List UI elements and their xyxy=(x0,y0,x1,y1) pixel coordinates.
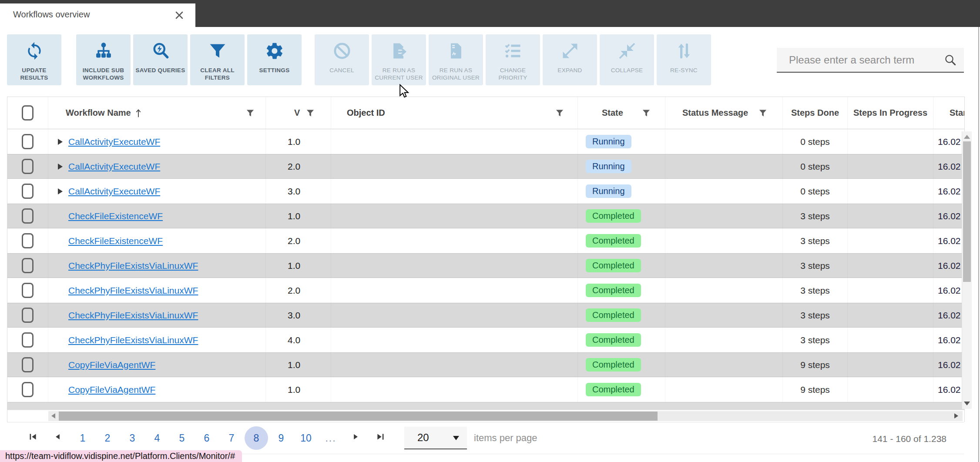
scroll-right-arrow-icon[interactable] xyxy=(954,413,958,418)
row-checkbox[interactable] xyxy=(22,208,34,224)
state-badge: Completed xyxy=(586,358,641,372)
row-checkbox[interactable] xyxy=(22,283,34,298)
started-value: 16.02 xyxy=(938,310,961,321)
page-ellipsis[interactable]: ... xyxy=(322,426,339,450)
page-button-5[interactable]: 5 xyxy=(173,426,191,450)
search-icon[interactable] xyxy=(944,54,957,67)
tab-workflows-overview[interactable]: Workflows overview xyxy=(0,3,195,27)
checklist-icon xyxy=(503,40,523,62)
prev-page-button[interactable] xyxy=(49,426,67,450)
column-header-version[interactable]: V xyxy=(266,97,331,129)
pagination-range-label: 141 - 160 of 1.238 xyxy=(873,434,946,444)
workflow-link[interactable]: CheckPhyFileExistsViaLinuxWF xyxy=(68,335,198,345)
horizontal-scrollbar[interactable] xyxy=(7,410,964,422)
workflow-link[interactable]: CallActivityExecuteWF xyxy=(68,161,160,172)
version-value: 1.0 xyxy=(288,261,300,271)
page-button-9[interactable]: 9 xyxy=(272,426,290,450)
update-results-button[interactable]: UPDATE RESULTS xyxy=(7,34,61,85)
steps-in-progress-cell xyxy=(848,228,933,253)
close-icon[interactable] xyxy=(175,10,184,20)
table-row: CopyFileViaAgentWF1.0Completed9 steps16.… xyxy=(7,377,964,402)
expand-row-icon[interactable] xyxy=(58,164,63,170)
expand-row-icon[interactable] xyxy=(58,139,63,145)
page-button-7[interactable]: 7 xyxy=(223,426,240,450)
filter-icon[interactable] xyxy=(555,109,564,117)
column-header-status-message[interactable]: Status Message xyxy=(665,97,783,129)
started-value: 16.02 xyxy=(938,236,961,246)
steps-done-value: 3 steps xyxy=(800,285,830,296)
column-header-steps-in-progress[interactable]: Steps In Progress xyxy=(848,97,933,129)
scroll-up-arrow-icon[interactable] xyxy=(964,135,970,139)
workflow-link[interactable]: CheckFileExistenceWF xyxy=(68,236,163,246)
horizontal-scrollbar-thumb[interactable] xyxy=(59,412,658,421)
version-value: 1.0 xyxy=(288,137,300,147)
page-button-4[interactable]: 4 xyxy=(148,426,166,450)
search-box xyxy=(777,48,964,73)
workflow-link[interactable]: CheckFileExistenceWF xyxy=(68,211,163,221)
column-header-state[interactable]: State xyxy=(578,97,665,129)
workflow-link[interactable]: CopyFileViaAgentWF xyxy=(68,385,155,395)
page-button-10[interactable]: 10 xyxy=(297,426,315,450)
row-checkbox[interactable] xyxy=(22,382,34,397)
items-per-page-select[interactable]: 20 xyxy=(404,427,467,449)
filter-icon[interactable] xyxy=(642,109,651,117)
prev-page-icon xyxy=(53,432,63,444)
collapse-button: COLLAPSE xyxy=(600,34,654,85)
workflow-link[interactable]: CopyFileViaAgentWF xyxy=(68,360,155,370)
steps-in-progress-cell xyxy=(848,278,933,303)
row-checkbox[interactable] xyxy=(22,332,34,348)
state-badge: Completed xyxy=(586,234,641,248)
object-id-cell xyxy=(331,254,578,278)
saved-queries-button[interactable]: SAVED QUERIES xyxy=(133,34,188,85)
row-checkbox[interactable] xyxy=(22,357,34,372)
search-input[interactable] xyxy=(777,48,964,72)
column-header-object-id[interactable]: Object ID xyxy=(331,97,578,129)
row-checkbox[interactable] xyxy=(22,134,34,149)
window-top-bar: Workflows overview xyxy=(0,0,980,27)
row-checkbox[interactable] xyxy=(22,233,34,248)
page-button-6[interactable]: 6 xyxy=(198,426,215,450)
page-button-8[interactable]: 8 xyxy=(245,426,268,450)
workflow-link[interactable]: CallActivityExecuteWF xyxy=(68,186,160,197)
filter-icon[interactable] xyxy=(306,109,315,117)
scroll-down-arrow-icon[interactable] xyxy=(964,402,970,405)
last-page-button[interactable] xyxy=(372,426,389,450)
select-all-checkbox[interactable] xyxy=(22,105,34,121)
next-page-button[interactable] xyxy=(347,426,364,450)
steps-done-value: 0 steps xyxy=(800,137,830,147)
object-id-cell xyxy=(331,353,578,377)
filter-icon[interactable] xyxy=(758,109,767,117)
workflow-link[interactable]: CheckPhyFileExistsViaLinuxWF xyxy=(68,261,198,271)
page-button-3[interactable]: 3 xyxy=(124,426,141,450)
status-message-cell xyxy=(665,228,783,253)
vertical-scrollbar-thumb[interactable] xyxy=(963,141,971,282)
object-id-cell xyxy=(331,179,578,204)
vertical-scrollbar[interactable] xyxy=(962,131,972,409)
started-value: 16.02 xyxy=(938,161,961,172)
row-checkbox[interactable] xyxy=(22,258,34,273)
version-value: 1.0 xyxy=(288,385,300,395)
page-button-1[interactable]: 1 xyxy=(74,426,91,450)
column-header-steps-done[interactable]: Steps Done xyxy=(783,97,848,129)
scroll-left-arrow-icon[interactable] xyxy=(51,413,55,418)
version-value: 3.0 xyxy=(288,186,300,197)
steps-done-value: 3 steps xyxy=(800,310,830,321)
row-checkbox[interactable] xyxy=(22,184,34,199)
filter-icon[interactable] xyxy=(246,109,255,117)
workflow-link[interactable]: CheckPhyFileExistsViaLinuxWF xyxy=(68,310,198,321)
column-header-started[interactable]: Started xyxy=(933,97,964,129)
column-header-workflow-name[interactable]: Workflow Name xyxy=(48,97,266,129)
clear-all-filters-button[interactable]: CLEAR ALL FILTERS xyxy=(190,34,245,85)
expand-row-icon[interactable] xyxy=(58,188,63,194)
page-button-2[interactable]: 2 xyxy=(99,426,116,450)
steps-in-progress-cell xyxy=(848,377,933,402)
workflow-link[interactable]: CallActivityExecuteWF xyxy=(68,137,160,147)
settings-button[interactable]: SETTINGS xyxy=(247,34,302,85)
row-checkbox[interactable] xyxy=(22,159,34,174)
table-row: CallActivityExecuteWF1.0Running0 steps16… xyxy=(7,129,964,154)
started-value: 16.02 xyxy=(938,385,961,395)
include-sub-workflows-button[interactable]: INCLUDE SUB WORKFLOWS xyxy=(76,34,131,85)
first-page-button[interactable] xyxy=(24,426,42,450)
workflow-link[interactable]: CheckPhyFileExistsViaLinuxWF xyxy=(68,285,198,296)
row-checkbox[interactable] xyxy=(22,308,34,323)
